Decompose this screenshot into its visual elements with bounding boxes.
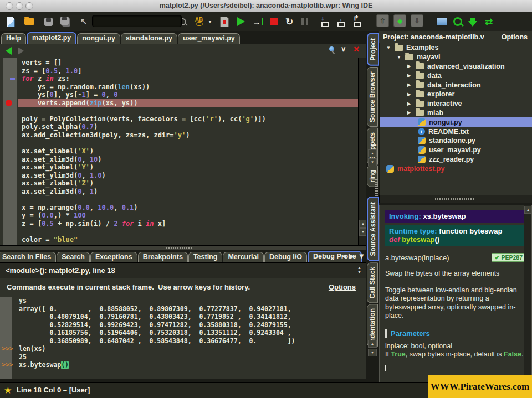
expander-icon[interactable]: ▶ xyxy=(407,92,416,97)
debug-probe-options-link[interactable]: Options xyxy=(329,283,356,291)
tree-row-data[interactable]: ▶data xyxy=(380,71,532,80)
debug-up-icon[interactable] xyxy=(376,14,389,27)
debug-bug-icon[interactable]: ★ xyxy=(4,386,12,395)
tree-row-matplottest-py[interactable]: matplottest.py xyxy=(380,164,532,173)
expander-icon[interactable]: ▶ xyxy=(407,73,416,78)
goto-pointer-icon[interactable] xyxy=(76,14,91,29)
download-icon[interactable] xyxy=(466,14,480,29)
tree-row-interactive[interactable]: ▶interactive xyxy=(380,99,532,108)
editor-tab-matplot2-py[interactable]: matplot2.py xyxy=(27,32,76,44)
code-editor[interactable]: ∨ × verts = []zs = [0.5, 1.0]for z in zs… xyxy=(0,44,366,245)
expander-icon[interactable]: ▶ xyxy=(407,110,416,115)
menu-caret-icon[interactable] xyxy=(203,14,217,29)
bottom-tab-debug-i-o[interactable]: Debug I/O xyxy=(264,252,307,262)
project-hscrollbar-handle[interactable] xyxy=(435,198,474,200)
folder-icon xyxy=(416,110,424,116)
tabs-scroll-left-icon[interactable]: ◀ xyxy=(342,253,346,259)
toolbar-search-input[interactable] xyxy=(92,15,182,27)
tabs-scroll-right-icon[interactable]: ▶ xyxy=(350,253,354,259)
search-green-icon[interactable] xyxy=(451,14,465,29)
expander-icon[interactable]: ▶ xyxy=(407,101,416,106)
step-out-icon[interactable] xyxy=(350,14,364,29)
panel-tab-source-browser[interactable]: Source Browser xyxy=(367,67,378,127)
scroll-down-icon[interactable]: ▼ xyxy=(359,228,366,236)
restart-icon[interactable] xyxy=(282,14,296,29)
vtabs-top-scroll-down-icon[interactable]: ▼ xyxy=(368,158,377,166)
breakpoint-marker[interactable] xyxy=(6,100,12,106)
expander-icon[interactable]: ▼ xyxy=(386,45,395,50)
project-tree: ▼Examples▼mayavi▶advanced_visualization▶… xyxy=(379,43,532,195)
console-line: >>>xs.byteswap() xyxy=(0,361,366,369)
tree-row-examples[interactable]: ▼Examples xyxy=(380,43,532,53)
stack-frame-selector[interactable]: <module>(): matplot2.py, line 18 ▲▼ xyxy=(0,262,366,278)
frame-spinner-icon[interactable]: ▲▼ xyxy=(357,266,361,275)
tree-row-standalone-py[interactable]: standalone.py xyxy=(380,136,532,146)
debug-active-icon[interactable] xyxy=(393,14,406,27)
vtabs-bottom-scroll-down-icon[interactable]: ▼ xyxy=(368,349,377,356)
assistant-scroll-up-icon[interactable]: ▲ xyxy=(524,206,532,214)
editor-gutter[interactable] xyxy=(3,58,17,245)
tree-row-zzz-reader-py[interactable]: zzz_reader.py xyxy=(380,155,532,164)
tree-row-nongui-py[interactable]: nongui.py xyxy=(380,117,532,127)
tree-row-readme-txt[interactable]: iREADME.txt xyxy=(380,127,532,136)
tabs-menu-icon[interactable]: ▼ xyxy=(358,252,365,260)
pause-icon[interactable] xyxy=(298,14,312,29)
bottom-tab-testing[interactable]: Testing xyxy=(188,252,223,262)
debug-down-icon[interactable] xyxy=(411,14,423,27)
tree-row-explorer[interactable]: ▶explorer xyxy=(380,90,532,99)
panel-splitter-handle[interactable] xyxy=(375,179,378,198)
bottom-tab-mercurial[interactable]: Mercurial xyxy=(223,252,264,262)
new-file-icon[interactable] xyxy=(3,14,18,29)
editor-scrollbar[interactable]: ▲ ▼ xyxy=(358,58,366,245)
bottom-tab-search[interactable]: Search xyxy=(57,252,90,262)
tree-row-data-interaction[interactable]: ▶data_interaction xyxy=(380,80,532,90)
panel-tab-project[interactable]: Project xyxy=(367,33,379,66)
project-hscrollbar[interactable] xyxy=(379,195,532,203)
expander-icon[interactable]: ▶ xyxy=(407,82,416,87)
splitter-handle[interactable] xyxy=(166,247,193,249)
expander-icon[interactable]: ▶ xyxy=(407,64,416,69)
stop-icon[interactable] xyxy=(267,14,281,29)
editor-tab-standalone-py[interactable]: standalone.py xyxy=(121,33,177,44)
tree-row-mayavi[interactable]: ▼mayavi xyxy=(380,53,532,62)
debug-probe-console[interactable]: ysarray([ 0. , 0.88588052, 0.89807309, 0… xyxy=(0,297,366,379)
open-folder-icon[interactable] xyxy=(22,14,37,29)
project-title: Project: anaconda-matplotlib.v xyxy=(379,33,484,41)
scroll-up-icon[interactable]: ▲ xyxy=(359,220,366,228)
fold-collapse-icon[interactable] xyxy=(10,78,15,80)
pin-icon[interactable] xyxy=(329,46,334,51)
panel-tab-source-assistant[interactable]: Source Assistant xyxy=(367,197,379,261)
bottom-tab-breakpoints[interactable]: Breakpoints xyxy=(138,252,188,262)
assistant-description: Toggle between low-endian and big-endian… xyxy=(385,286,526,321)
display-icon[interactable] xyxy=(434,14,449,29)
assistant-scrollbar[interactable]: ▲ xyxy=(524,205,531,383)
nav-forward-icon[interactable] xyxy=(18,47,24,55)
save-icon[interactable] xyxy=(41,14,55,29)
panel-tab-call-stack[interactable]: Call Stack xyxy=(367,262,378,303)
step-to-cursor-icon[interactable] xyxy=(250,14,265,29)
tree-row-mlab[interactable]: ▶mlab xyxy=(380,108,532,118)
bottom-tab-exceptions[interactable]: Exceptions xyxy=(90,252,137,262)
run-icon[interactable] xyxy=(234,14,248,29)
tree-row-user-mayavi-py[interactable]: user_mayavi.py xyxy=(380,146,532,155)
editor-tab-help[interactable]: Help xyxy=(1,33,26,44)
vtabs-top-scroll-up-icon[interactable]: ▲ xyxy=(368,149,377,157)
editor-tab-nongui-py[interactable]: nongui.py xyxy=(77,33,120,44)
vtabs-bottom-scroll-up-icon[interactable]: ▲ xyxy=(368,340,377,348)
nav-back-icon[interactable] xyxy=(6,47,12,55)
bottom-tab-search-in-files[interactable]: Search in Files xyxy=(0,252,56,262)
step-into-icon[interactable] xyxy=(318,14,332,29)
chevron-down-icon[interactable]: ∨ xyxy=(341,45,346,53)
editor-tab-user-mayavi-py[interactable]: user_mayavi.py xyxy=(178,33,240,44)
assistant-summary: Swap the bytes of the array elements xyxy=(385,270,526,278)
close-editor-icon[interactable]: × xyxy=(354,44,360,54)
debug-file-icon[interactable] xyxy=(217,14,232,29)
code-line xyxy=(18,228,358,236)
project-options-link[interactable]: Options xyxy=(502,31,528,43)
save-all-icon[interactable] xyxy=(59,14,73,29)
expander-icon[interactable]: ▼ xyxy=(397,55,405,60)
sync-icon[interactable] xyxy=(482,14,496,29)
step-over-icon[interactable] xyxy=(334,14,348,29)
tree-row-advanced-visualization[interactable]: ▶advanced_visualization xyxy=(380,62,532,71)
code-line xyxy=(18,195,358,204)
